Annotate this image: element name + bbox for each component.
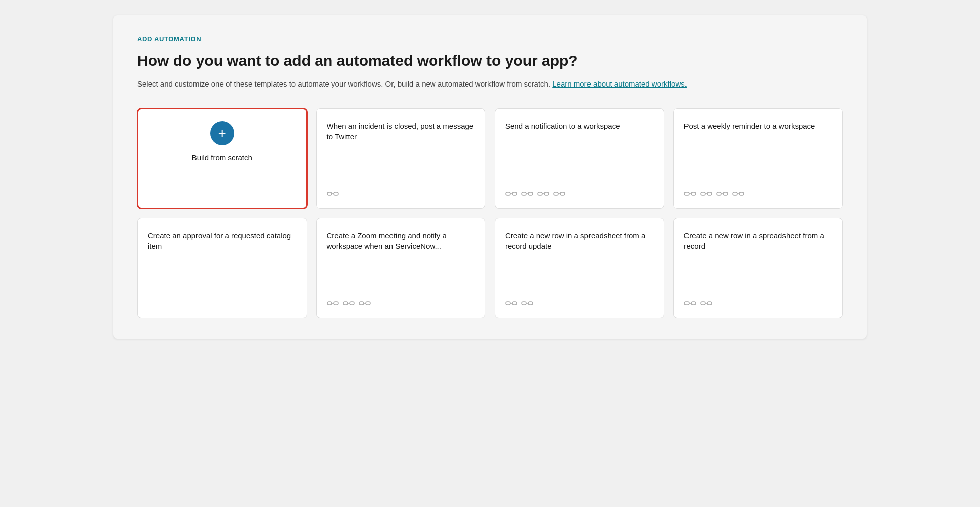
card-icons — [505, 299, 654, 309]
svg-rect-25 — [739, 192, 744, 195]
svg-rect-22 — [723, 192, 728, 195]
card-spreadsheet-record[interactable]: Create a new row in a spreadsheet from a… — [673, 218, 843, 318]
chain-icon — [343, 299, 355, 309]
card-title: Create a new row in a spreadsheet from a… — [505, 230, 654, 291]
build-from-scratch-content: + Build from scratch — [148, 121, 296, 163]
chain-icon — [327, 190, 339, 199]
chain-icon — [505, 299, 517, 309]
page-container: ADD AUTOMATION How do you want to add an… — [113, 15, 867, 339]
card-title: Create a new row in a spreadsheet from a… — [684, 230, 833, 291]
chain-icon — [537, 190, 549, 199]
chain-icon — [700, 190, 712, 199]
card-incident-twitter[interactable]: When an incident is closed, post a messa… — [316, 108, 486, 209]
chain-icon — [732, 190, 744, 199]
card-send-notification[interactable]: Send a notification to a workspace — [495, 108, 664, 209]
svg-rect-3 — [506, 192, 510, 195]
chain-icon — [684, 299, 696, 309]
chain-icon — [684, 190, 696, 199]
cards-grid: + Build from scratch When an incident is… — [137, 108, 843, 318]
svg-rect-27 — [327, 302, 332, 305]
svg-rect-37 — [512, 302, 517, 305]
svg-rect-21 — [717, 192, 721, 195]
svg-rect-40 — [528, 302, 533, 305]
plus-icon: + — [210, 121, 234, 145]
svg-rect-19 — [707, 192, 712, 195]
svg-rect-9 — [538, 192, 542, 195]
card-icons — [684, 299, 833, 309]
chain-icon — [716, 190, 728, 199]
card-title: Post a weekly reminder to a workspace — [684, 121, 833, 182]
page-description: Select and customize one of these templa… — [137, 78, 843, 90]
card-icons — [684, 190, 833, 199]
card-weekly-reminder[interactable]: Post a weekly reminder to a workspace — [673, 108, 843, 209]
chain-icon — [359, 299, 371, 309]
page-title: How do you want to add an automated work… — [137, 51, 843, 70]
chain-icon — [700, 299, 712, 309]
svg-rect-15 — [684, 192, 689, 195]
svg-rect-0 — [327, 192, 332, 195]
card-icons — [505, 190, 654, 199]
learn-more-link[interactable]: Learn more about automated workflows. — [552, 79, 687, 88]
svg-rect-33 — [359, 302, 364, 305]
svg-rect-36 — [506, 302, 510, 305]
svg-rect-4 — [512, 192, 517, 195]
card-approval-catalog[interactable]: Create an approval for a requested catal… — [137, 218, 307, 318]
section-label: ADD AUTOMATION — [137, 35, 843, 43]
card-title-scratch: Build from scratch — [192, 152, 252, 163]
chain-icon — [553, 190, 565, 199]
svg-rect-34 — [366, 302, 370, 305]
svg-rect-43 — [691, 302, 696, 305]
card-spreadsheet-record-update[interactable]: Create a new row in a spreadsheet from a… — [495, 218, 664, 318]
card-title: Create an approval for a requested catal… — [148, 230, 297, 309]
chain-icon — [505, 190, 517, 199]
card-title: Send a notification to a workspace — [505, 121, 654, 182]
svg-rect-28 — [334, 302, 338, 305]
card-icons — [327, 190, 475, 199]
svg-rect-13 — [560, 192, 565, 195]
svg-rect-10 — [544, 192, 549, 195]
svg-rect-42 — [684, 302, 689, 305]
svg-rect-31 — [350, 302, 354, 305]
card-icons — [327, 299, 475, 309]
card-build-from-scratch[interactable]: + Build from scratch — [137, 108, 307, 209]
chain-icon — [327, 299, 339, 309]
svg-rect-1 — [334, 192, 338, 195]
card-zoom-meeting[interactable]: Create a Zoom meeting and notify a works… — [316, 218, 486, 318]
svg-rect-12 — [554, 192, 558, 195]
svg-rect-7 — [528, 192, 533, 195]
svg-rect-24 — [733, 192, 737, 195]
chain-icon — [521, 190, 533, 199]
svg-rect-18 — [701, 192, 705, 195]
svg-rect-30 — [343, 302, 348, 305]
card-title: Create a Zoom meeting and notify a works… — [327, 230, 475, 291]
svg-rect-16 — [691, 192, 696, 195]
card-title: When an incident is closed, post a messa… — [327, 121, 475, 182]
svg-rect-39 — [522, 302, 526, 305]
svg-rect-6 — [522, 192, 526, 195]
chain-icon — [521, 299, 533, 309]
svg-rect-46 — [707, 302, 712, 305]
svg-rect-45 — [701, 302, 705, 305]
